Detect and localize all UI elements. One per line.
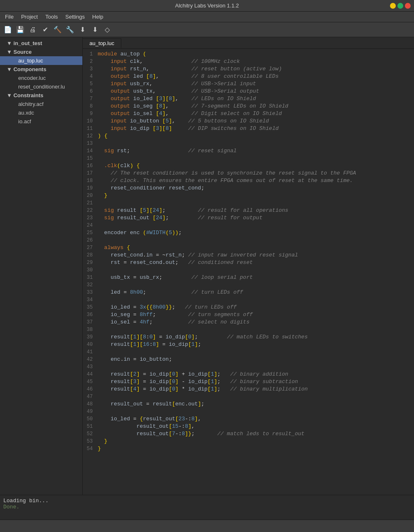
code-line-45: 45 result[3] = io_dip[0] - io_dip[1]; //… (83, 378, 414, 386)
code-editor[interactable]: 1 module au_top ( 2 input clk, // 100MHz… (83, 49, 414, 495)
code-line-22: 22 sig result [5][24]; // result for all… (83, 207, 414, 214)
code-line-25: 25 encoder enc (#WIDTH(5)); (83, 229, 414, 237)
file-io-acf[interactable]: io.acf (0, 117, 82, 126)
code-line-37: 37 io_sel = 4hf; // select no digits (83, 319, 414, 326)
code-line-10: 10 input io_button [5], // 5 buttons on … (83, 117, 414, 125)
code-line-44: 44 result[2] = io_dip[0] + io_dip[1]; //… (83, 371, 414, 378)
code-line-14: 14 sig rst; // reset signal (83, 147, 414, 155)
menu-project[interactable]: Project (18, 13, 41, 21)
code-line-34: 34 (83, 296, 414, 304)
code-line-31: 31 usb_tx = usb_rx; // loop serial port (83, 274, 414, 281)
code-line-15: 15 (83, 155, 414, 162)
save-button[interactable]: 💾 (15, 24, 26, 35)
file-alchitry-acf[interactable]: alchitry.acf (0, 100, 82, 108)
download-button[interactable]: ⬇ (77, 24, 88, 35)
code-line-12: 12 ) { (83, 132, 414, 140)
code-line-4: 4 output led [8], // 8 user controllable… (83, 73, 414, 80)
menubar: File Project Tools Settings Help (0, 12, 414, 22)
code-line-30: 30 (83, 266, 414, 274)
code-line-26: 26 (83, 237, 414, 244)
code-line-46: 46 result[4] = io_dip[0] * io_dip[1]; //… (83, 386, 414, 393)
constraints-folder[interactable]: ▼ Constraints (0, 91, 82, 100)
close-button[interactable] (405, 3, 411, 9)
components-folder[interactable]: ▼ Components (0, 65, 82, 74)
editor-area: au_top.luc 1 module au_top ( 2 input clk… (83, 37, 414, 495)
tab-bar: au_top.luc (83, 37, 414, 49)
titlebar: Alchitry Labs Version 1.1.2 (0, 0, 414, 12)
code-line-29: 29 rst = reset_cond.out; // conditioned … (83, 259, 414, 266)
code-line-13: 13 (83, 140, 414, 147)
code-line-20: 20 } (83, 192, 414, 199)
code-line-54: 54 } (83, 445, 414, 453)
code-line-1: 1 module au_top ( (83, 50, 414, 58)
code-line-42: 42 enc.in = io_button; (83, 356, 414, 363)
code-line-38: 38 (83, 326, 414, 333)
print-button[interactable]: 🖨 (27, 24, 38, 35)
download2-button[interactable]: ⬇ (89, 24, 100, 35)
maximize-button[interactable] (397, 3, 403, 9)
code-line-21: 21 (83, 199, 414, 207)
sidebar: ▼ in_out_test ▼ Source au_top.luc ▼ Comp… (0, 37, 83, 495)
code-line-40: 40 result[1][16:8] = io_dip[1]; (83, 341, 414, 348)
code-line-43: 43 (83, 363, 414, 371)
code-line-17: 17 // The reset conditioner is used to s… (83, 170, 414, 177)
toolbar: 📄 💾 🖨 ✔ 🔨 🔧 ⬇ ⬇ ◇ (0, 22, 414, 37)
file-au-top-luc[interactable]: au_top.luc (0, 56, 82, 65)
code-line-52: 52 result_out[7-:8]}; // match leds to r… (83, 430, 414, 438)
file-au-xdc[interactable]: au.xdc (0, 108, 82, 117)
build-button[interactable]: 🔨 (52, 24, 63, 35)
clear-button[interactable]: ◇ (102, 24, 113, 35)
code-line-8: 8 output io_seg [8], // 7-segment LEDs o… (83, 103, 414, 110)
code-line-5: 5 input usb_rx, // USB->Serial input (83, 80, 414, 88)
code-line-39: 39 result[1][8:0] = io_dip[0]; // match … (83, 333, 414, 341)
source-folder[interactable]: ▼ Source (0, 48, 82, 56)
file-reset-conditioner[interactable]: reset_conditioner.lu (0, 82, 82, 91)
menu-tools[interactable]: Tools (42, 13, 61, 21)
code-line-50: 50 io_led = {result_out[23-:8], (83, 415, 414, 423)
code-line-36: 36 io_seg = 8hff; // turn segments off (83, 311, 414, 319)
code-line-47: 47 (83, 393, 414, 400)
code-line-28: 28 reset_cond.in = ~rst_n; // input raw … (83, 252, 414, 259)
code-line-33: 33 led = 8h00; // turn LEDs off (83, 289, 414, 296)
window-title: Alchitry Labs Version 1.1.2 (175, 2, 239, 9)
code-line-23: 23 sig result_out [24]; // result for ou… (83, 214, 414, 222)
menu-help[interactable]: Help (89, 13, 107, 21)
check-button[interactable]: ✔ (40, 24, 51, 35)
code-line-6: 6 output usb_tx, // USB->Serial output (83, 88, 414, 95)
code-line-2: 2 input clk, // 100MHz clock (83, 58, 414, 65)
code-line-11: 11 input io_dip [3][8] // DIP switches o… (83, 125, 414, 132)
loading-text: Loading bin... (3, 498, 411, 504)
window-controls (390, 3, 411, 9)
bottom-bar (0, 520, 414, 532)
file-encoder-luc[interactable]: encoder.luc (0, 74, 82, 82)
code-line-51: 51 result_out[15-:8], (83, 423, 414, 430)
code-line-35: 35 io_led = 3x{{8h00}}; // turn LEDs off (83, 304, 414, 311)
code-line-19: 19 reset_conditioner reset_cond; (83, 185, 414, 192)
done-text: Done. (3, 504, 411, 510)
code-line-53: 53 } (83, 438, 414, 445)
code-line-49: 49 (83, 408, 414, 415)
code-line-3: 3 input rst_n, // reset button (active l… (83, 65, 414, 73)
code-line-32: 32 (83, 281, 414, 289)
code-line-9: 9 output io_sel [4], // Digit select on … (83, 110, 414, 117)
menu-settings[interactable]: Settings (62, 13, 88, 21)
menu-file[interactable]: File (2, 13, 17, 21)
project-root[interactable]: ▼ in_out_test (0, 39, 82, 48)
code-line-16: 16 .clk(clk) { (83, 162, 414, 170)
code-line-7: 7 output io_led [3][8], // LEDs on IO Sh… (83, 95, 414, 103)
minimize-button[interactable] (390, 3, 396, 9)
code-line-27: 27 always { (83, 244, 414, 252)
status-area: Loading bin... Done. (0, 495, 414, 520)
new-file-button[interactable]: 📄 (2, 24, 13, 35)
main-area: ▼ in_out_test ▼ Source au_top.luc ▼ Comp… (0, 37, 414, 495)
code-line-48: 48 result_out = result[enc.out]; (83, 400, 414, 408)
code-line-18: 18 // clock. This ensures the entire FPG… (83, 177, 414, 185)
code-line-24: 24 (83, 222, 414, 229)
tab-au-top-luc[interactable]: au_top.luc (83, 38, 121, 48)
build-debug-button[interactable]: 🔧 (65, 24, 75, 35)
code-line-41: 41 (83, 348, 414, 356)
